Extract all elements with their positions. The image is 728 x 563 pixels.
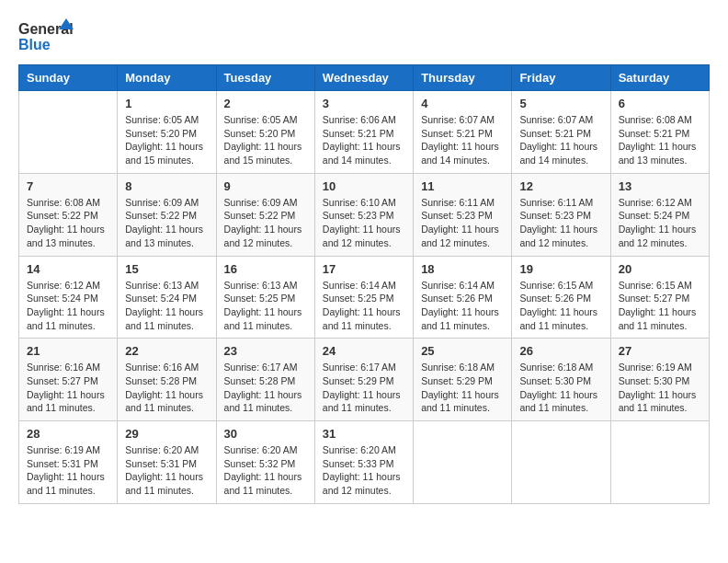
- day-info: Sunrise: 6:19 AM Sunset: 5:30 PM Dayligh…: [619, 361, 701, 415]
- day-info: Sunrise: 6:19 AM Sunset: 5:31 PM Dayligh…: [27, 443, 109, 498]
- calendar-cell: 2Sunrise: 6:05 AM Sunset: 5:20 PM Daylig…: [216, 91, 314, 174]
- day-info: Sunrise: 6:06 AM Sunset: 5:21 PM Dayligh…: [323, 113, 405, 167]
- day-info: Sunrise: 6:18 AM Sunset: 5:30 PM Dayligh…: [519, 361, 602, 415]
- day-number: 11: [421, 179, 504, 193]
- day-number: 31: [323, 427, 405, 441]
- day-number: 4: [421, 97, 504, 110]
- calendar-cell: 27Sunrise: 6:19 AM Sunset: 5:30 PM Dayli…: [610, 339, 709, 421]
- day-info: Sunrise: 6:14 AM Sunset: 5:25 PM Dayligh…: [323, 279, 405, 333]
- calendar-header-tuesday: Tuesday: [216, 65, 314, 91]
- calendar-cell: 12Sunrise: 6:11 AM Sunset: 5:23 PM Dayli…: [512, 173, 610, 256]
- day-info: Sunrise: 6:20 AM Sunset: 5:31 PM Dayligh…: [125, 443, 208, 498]
- calendar-week-row: 28Sunrise: 6:19 AM Sunset: 5:31 PM Dayli…: [19, 421, 710, 504]
- calendar-cell: 23Sunrise: 6:17 AM Sunset: 5:28 PM Dayli…: [216, 339, 314, 421]
- day-number: 5: [519, 97, 602, 110]
- calendar-cell: 26Sunrise: 6:18 AM Sunset: 5:30 PM Dayli…: [512, 339, 610, 421]
- day-info: Sunrise: 6:11 AM Sunset: 5:23 PM Dayligh…: [421, 196, 504, 250]
- day-number: 13: [619, 179, 701, 193]
- calendar-week-row: 7Sunrise: 6:08 AM Sunset: 5:22 PM Daylig…: [19, 173, 710, 256]
- calendar-cell: 13Sunrise: 6:12 AM Sunset: 5:24 PM Dayli…: [610, 173, 709, 256]
- calendar-cell: 25Sunrise: 6:18 AM Sunset: 5:29 PM Dayli…: [414, 339, 512, 421]
- page-header: GeneralBlue: [18, 18, 710, 55]
- day-info: Sunrise: 6:16 AM Sunset: 5:27 PM Dayligh…: [27, 361, 109, 415]
- calendar-table: SundayMondayTuesdayWednesdayThursdayFrid…: [18, 64, 710, 504]
- day-info: Sunrise: 6:10 AM Sunset: 5:23 PM Dayligh…: [323, 196, 405, 250]
- day-number: 18: [421, 262, 504, 276]
- calendar-cell: 16Sunrise: 6:13 AM Sunset: 5:25 PM Dayli…: [216, 256, 314, 339]
- calendar-cell: [512, 421, 610, 504]
- day-number: 21: [27, 344, 109, 358]
- day-number: 24: [323, 344, 405, 358]
- calendar-header-monday: Monday: [118, 65, 216, 91]
- day-info: Sunrise: 6:13 AM Sunset: 5:25 PM Dayligh…: [224, 279, 307, 333]
- calendar-cell: 10Sunrise: 6:10 AM Sunset: 5:23 PM Dayli…: [314, 173, 413, 256]
- logo: GeneralBlue: [18, 18, 74, 55]
- day-info: Sunrise: 6:09 AM Sunset: 5:22 PM Dayligh…: [224, 196, 307, 250]
- day-number: 8: [125, 179, 208, 193]
- calendar-cell: 3Sunrise: 6:06 AM Sunset: 5:21 PM Daylig…: [314, 91, 413, 174]
- day-number: 10: [323, 179, 405, 193]
- calendar-cell: 1Sunrise: 6:05 AM Sunset: 5:20 PM Daylig…: [118, 91, 216, 174]
- day-number: 7: [27, 179, 109, 193]
- day-number: 22: [125, 344, 208, 358]
- calendar-cell: 24Sunrise: 6:17 AM Sunset: 5:29 PM Dayli…: [314, 339, 413, 421]
- calendar-cell: 31Sunrise: 6:20 AM Sunset: 5:33 PM Dayli…: [314, 421, 413, 504]
- day-number: 17: [323, 262, 405, 276]
- calendar-header-sunday: Sunday: [19, 65, 118, 91]
- day-info: Sunrise: 6:20 AM Sunset: 5:32 PM Dayligh…: [224, 443, 307, 498]
- day-number: 2: [224, 97, 307, 110]
- day-info: Sunrise: 6:11 AM Sunset: 5:23 PM Dayligh…: [519, 196, 602, 250]
- calendar-cell: [19, 91, 118, 174]
- day-info: Sunrise: 6:09 AM Sunset: 5:22 PM Dayligh…: [125, 196, 208, 250]
- calendar-week-row: 21Sunrise: 6:16 AM Sunset: 5:27 PM Dayli…: [19, 339, 710, 421]
- day-info: Sunrise: 6:14 AM Sunset: 5:26 PM Dayligh…: [421, 279, 504, 333]
- calendar-week-row: 1Sunrise: 6:05 AM Sunset: 5:20 PM Daylig…: [19, 91, 710, 174]
- day-info: Sunrise: 6:15 AM Sunset: 5:26 PM Dayligh…: [519, 279, 602, 333]
- calendar-cell: 4Sunrise: 6:07 AM Sunset: 5:21 PM Daylig…: [414, 91, 512, 174]
- day-info: Sunrise: 6:15 AM Sunset: 5:27 PM Dayligh…: [619, 279, 701, 333]
- day-info: Sunrise: 6:05 AM Sunset: 5:20 PM Dayligh…: [224, 113, 307, 167]
- day-number: 28: [27, 427, 109, 441]
- logo-svg: GeneralBlue: [18, 18, 74, 55]
- calendar-cell: 8Sunrise: 6:09 AM Sunset: 5:22 PM Daylig…: [118, 173, 216, 256]
- day-info: Sunrise: 6:07 AM Sunset: 5:21 PM Dayligh…: [421, 113, 504, 167]
- calendar-cell: 17Sunrise: 6:14 AM Sunset: 5:25 PM Dayli…: [314, 256, 413, 339]
- day-number: 29: [125, 427, 208, 441]
- day-number: 16: [224, 262, 307, 276]
- day-info: Sunrise: 6:17 AM Sunset: 5:29 PM Dayligh…: [323, 361, 405, 415]
- calendar-cell: 20Sunrise: 6:15 AM Sunset: 5:27 PM Dayli…: [610, 256, 709, 339]
- calendar-cell: 14Sunrise: 6:12 AM Sunset: 5:24 PM Dayli…: [19, 256, 118, 339]
- calendar-header-wednesday: Wednesday: [314, 65, 413, 91]
- calendar-cell: 6Sunrise: 6:08 AM Sunset: 5:21 PM Daylig…: [610, 91, 709, 174]
- day-number: 26: [519, 344, 602, 358]
- day-info: Sunrise: 6:18 AM Sunset: 5:29 PM Dayligh…: [421, 361, 504, 415]
- calendar-cell: 30Sunrise: 6:20 AM Sunset: 5:32 PM Dayli…: [216, 421, 314, 504]
- day-number: 15: [125, 262, 208, 276]
- day-number: 14: [27, 262, 109, 276]
- day-number: 12: [519, 179, 602, 193]
- day-number: 6: [619, 97, 701, 110]
- day-info: Sunrise: 6:16 AM Sunset: 5:28 PM Dayligh…: [125, 361, 208, 415]
- day-number: 25: [421, 344, 504, 358]
- svg-text:Blue: Blue: [18, 37, 51, 52]
- calendar-cell: 18Sunrise: 6:14 AM Sunset: 5:26 PM Dayli…: [414, 256, 512, 339]
- day-info: Sunrise: 6:08 AM Sunset: 5:21 PM Dayligh…: [619, 113, 701, 167]
- calendar-cell: 22Sunrise: 6:16 AM Sunset: 5:28 PM Dayli…: [118, 339, 216, 421]
- day-info: Sunrise: 6:05 AM Sunset: 5:20 PM Dayligh…: [125, 113, 208, 167]
- calendar-cell: [414, 421, 512, 504]
- calendar-cell: 21Sunrise: 6:16 AM Sunset: 5:27 PM Dayli…: [19, 339, 118, 421]
- day-info: Sunrise: 6:12 AM Sunset: 5:24 PM Dayligh…: [27, 279, 109, 333]
- day-number: 19: [519, 262, 602, 276]
- calendar-cell: 15Sunrise: 6:13 AM Sunset: 5:24 PM Dayli…: [118, 256, 216, 339]
- calendar-header-friday: Friday: [512, 65, 610, 91]
- calendar-cell: 19Sunrise: 6:15 AM Sunset: 5:26 PM Dayli…: [512, 256, 610, 339]
- day-info: Sunrise: 6:07 AM Sunset: 5:21 PM Dayligh…: [519, 113, 602, 167]
- day-info: Sunrise: 6:17 AM Sunset: 5:28 PM Dayligh…: [224, 361, 307, 415]
- calendar-cell: 11Sunrise: 6:11 AM Sunset: 5:23 PM Dayli…: [414, 173, 512, 256]
- calendar-cell: 28Sunrise: 6:19 AM Sunset: 5:31 PM Dayli…: [19, 421, 118, 504]
- calendar-cell: 5Sunrise: 6:07 AM Sunset: 5:21 PM Daylig…: [512, 91, 610, 174]
- day-number: 3: [323, 97, 405, 110]
- day-number: 20: [619, 262, 701, 276]
- calendar-cell: 9Sunrise: 6:09 AM Sunset: 5:22 PM Daylig…: [216, 173, 314, 256]
- day-info: Sunrise: 6:20 AM Sunset: 5:33 PM Dayligh…: [323, 443, 405, 498]
